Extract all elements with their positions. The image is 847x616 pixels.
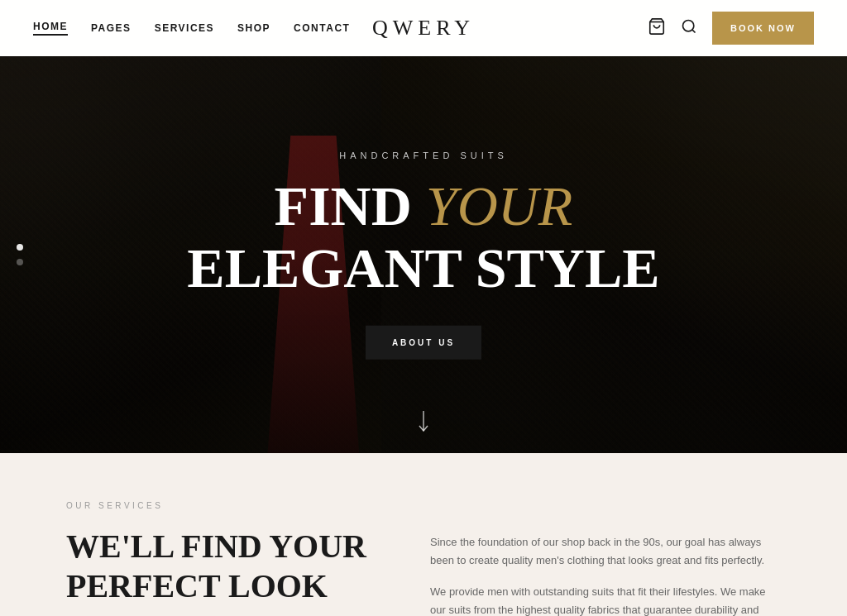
services-section: OUR SERVICES WE'LL FIND YOUR PERFECT LOO… xyxy=(0,453,847,616)
about-us-button[interactable]: ABOUT US xyxy=(366,325,481,359)
services-right: Since the foundation of our shop back in… xyxy=(430,527,781,616)
hero-title-your: YOUR xyxy=(426,174,573,237)
nav-item-services[interactable]: SERVICES xyxy=(155,22,214,34)
nav-item-pages[interactable]: PAGES xyxy=(91,22,132,34)
hero-title: FIND YOUR ELEGANT STYLE xyxy=(151,175,696,299)
services-label: OUR SERVICES xyxy=(66,501,781,510)
nav-item-home[interactable]: HOME xyxy=(33,21,68,36)
navigation: HOME PAGES SERVICES SHOP CONTACT QWERY xyxy=(0,0,847,56)
cart-icon[interactable] xyxy=(648,17,666,40)
scroll-arrow[interactable] xyxy=(417,411,430,438)
book-now-button[interactable]: BOOK NOW xyxy=(712,12,814,45)
search-icon[interactable] xyxy=(681,18,697,39)
services-heading-line2: PERFECT LOOK xyxy=(66,567,328,604)
hero-title-find: FIND xyxy=(275,174,426,237)
hero-section: HANDCRAFTED SUITS FIND YOUR ELEGANT STYL… xyxy=(0,56,847,453)
services-para1: Since the foundation of our shop back in… xyxy=(430,533,781,570)
slider-dots xyxy=(17,244,23,265)
hero-content: HANDCRAFTED SUITS FIND YOUR ELEGANT STYL… xyxy=(151,150,696,360)
slider-dot-inactive[interactable] xyxy=(17,259,23,265)
hero-title-elegant: ELEGANT STYLE xyxy=(187,236,659,299)
svg-point-1 xyxy=(683,20,694,31)
logo[interactable]: QWERY xyxy=(372,16,475,41)
services-left: WE'LL FIND YOUR PERFECT LOOK xyxy=(66,527,389,606)
hero-subtitle: HANDCRAFTED SUITS xyxy=(151,150,696,160)
services-row: WE'LL FIND YOUR PERFECT LOOK Since the f… xyxy=(66,527,781,616)
nav-item-contact[interactable]: CONTACT xyxy=(294,22,350,34)
svg-line-2 xyxy=(692,29,696,32)
navbar: HOME PAGES SERVICES SHOP CONTACT QWERY xyxy=(0,0,847,616)
slider-dot-active[interactable] xyxy=(17,244,23,251)
services-heading: WE'LL FIND YOUR PERFECT LOOK xyxy=(66,527,389,606)
services-para2: We provide men with outstanding suits th… xyxy=(430,583,781,616)
nav-left: HOME PAGES SERVICES SHOP CONTACT xyxy=(33,21,350,36)
nav-item-shop[interactable]: SHOP xyxy=(237,22,270,34)
services-heading-line1: WE'LL FIND YOUR xyxy=(66,528,366,565)
nav-right: BOOK NOW xyxy=(648,12,814,45)
